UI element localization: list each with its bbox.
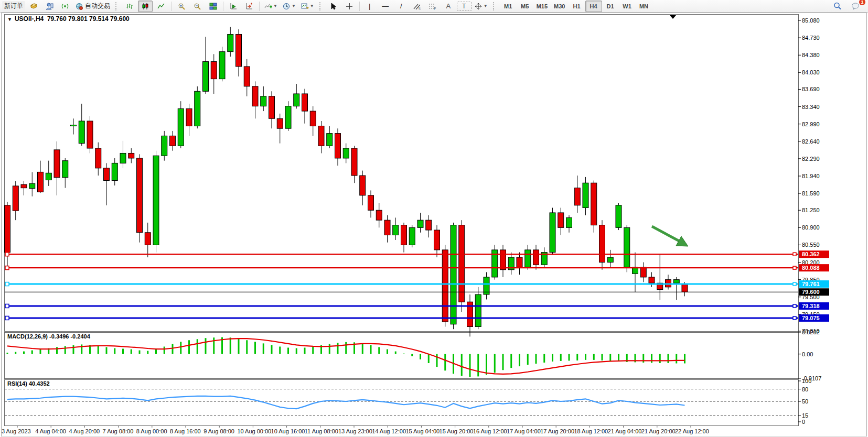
timeframe-button-h4[interactable]: H4 [585,1,602,12]
horizontal-line-icon[interactable]: — [378,1,393,12]
time-axis-label[interactable]: 3 Aug 2023 [2,428,31,434]
line-anchor-left[interactable] [5,316,9,320]
candle-body [550,213,555,253]
candle-body [236,34,242,66]
line-anchor-right[interactable] [793,266,796,269]
candlestick-icon[interactable] [138,1,153,12]
profile-icon[interactable] [42,1,57,12]
toolbar-drag-handle[interactable] [493,2,497,10]
time-axis-label[interactable]: 8 Aug 00:00 [136,428,167,434]
time-axis-label[interactable]: 4 Aug 20:00 [69,428,100,434]
candle-body [343,148,349,158]
bar-chart-icon[interactable] [122,1,137,12]
periods-icon [283,3,291,10]
macd-label-text: MACD(12,26,9) -0.3496 -0.2404 [7,333,90,340]
timeframe-button-d1[interactable]: D1 [602,1,619,12]
timeframe-button-m1[interactable]: M1 [500,1,517,12]
timeframe-button-h1[interactable]: H1 [569,1,585,12]
candle-body [318,126,324,146]
time-axis-label[interactable]: 10 Aug 16:00 [271,428,305,434]
time-axis-label[interactable]: 21 Aug 04:00 [608,428,642,434]
time-axis-label[interactable]: 21 Aug 20:00 [641,428,676,434]
toolbar-drag-handle[interactable] [319,2,323,10]
timeframe-button-m30[interactable]: M30 [551,1,568,12]
time-axis-label[interactable]: 11 Aug 08:00 [305,428,338,434]
crosshair-icon[interactable] [342,1,357,12]
terminal-window: { "toolbar": { "new_order_label": "新订单",… [0,0,868,437]
candle-body [79,121,84,144]
zoom-out-icon[interactable] [190,1,205,12]
candle-body [393,225,399,235]
time-axis-label[interactable]: 18 Aug 12:00 [574,428,608,434]
time-axis-label[interactable]: 4 Aug 04:00 [35,428,66,434]
time-axis-label[interactable]: 8 Aug 16:00 [170,428,201,434]
chat-icon[interactable]: 1 [848,1,863,12]
toolbar-drag-handle[interactable] [115,2,119,10]
time-axis-label[interactable]: 15 Aug 20:00 [440,428,474,434]
timeframe-button-w1[interactable]: W1 [619,1,636,12]
vertical-line-icon[interactable]: | [362,1,377,12]
fibonacci-icon[interactable]: F [425,1,440,12]
time-axis-label[interactable]: 22 Aug 12:00 [675,428,709,434]
periods-icon[interactable]: ▼ [281,1,298,12]
candle-body [566,217,572,227]
timeframe-button-mn[interactable]: MN [636,1,652,12]
rsi-label-text: RSI(14) 40.4352 [7,380,50,387]
rsi-axis-label: 0 [802,419,805,425]
time-axis-label[interactable]: 15 Aug 04:00 [405,428,440,434]
fibonacci-icon: F [428,3,437,10]
search-icon[interactable] [830,1,845,12]
autotrade-globe-icon[interactable]: 自动交易 [73,1,112,12]
time-axis-label[interactable]: 16 Aug 12:00 [473,428,507,434]
time-axis-label[interactable]: 17 Aug 20:00 [540,428,574,434]
candle-body [29,183,35,188]
price-chart-svg[interactable]: 85.08084.73084.38084.03083.69083.34082.9… [0,13,868,437]
line-anchor-left[interactable] [5,253,9,256]
zoom-in-icon[interactable] [174,1,189,12]
auto-scroll-icon[interactable] [226,1,241,12]
channel-icon[interactable]: E [410,1,424,12]
signals-icon[interactable] [58,1,72,12]
chevron-down-icon: ▼ [310,4,314,8]
candle-body [310,111,316,126]
bar-chart-icon [126,3,134,10]
time-axis-label[interactable]: 13 Aug 23:00 [338,428,372,434]
timeframe-button-m5[interactable]: M5 [517,1,533,12]
horizontal-line-glyph: — [382,3,389,9]
time-axis-label[interactable]: 7 Aug 08:00 [103,428,134,434]
candle-body [170,136,176,146]
timeframe-button-m15[interactable]: M15 [533,1,551,12]
macd-axis-label: 0.00 [802,351,813,357]
candle-body [261,96,266,106]
line-anchor-right[interactable] [793,282,796,286]
indicators-icon[interactable]: ▼ [262,1,280,12]
templates-icon[interactable]: ▼ [299,1,316,12]
new-order-button[interactable]: 新订单 [2,1,25,12]
time-axis-label[interactable]: 10 Aug 00:00 [237,428,271,434]
candle-body [21,184,27,188]
text-label-icon[interactable]: T [457,2,471,11]
candle-body [417,220,423,227]
chart-shift-icon[interactable] [242,1,256,12]
line-anchor-left[interactable] [5,282,9,286]
line-anchor-right[interactable] [793,316,796,320]
cursor-icon[interactable] [326,1,341,12]
tile-windows-icon[interactable] [206,1,220,12]
line-anchor-right[interactable] [793,253,796,256]
gold-book-icon[interactable] [26,1,41,12]
price-axis-label: 84.730 [802,35,820,41]
line-anchor-right[interactable] [793,304,796,308]
arrows-icon[interactable]: ▼ [473,1,490,12]
ohlc-values: 79.760 79.801 79.514 79.600 [47,15,130,23]
candle-body [294,94,299,106]
line-anchor-left[interactable] [5,304,9,308]
time-axis-label[interactable]: 17 Aug 04:00 [507,428,541,434]
text-icon[interactable]: A [441,1,456,12]
time-axis-label[interactable]: 9 Aug 08:00 [203,428,234,434]
line-chart-icon[interactable] [154,1,168,12]
candle-body [533,250,539,265]
time-axis-label[interactable]: 14 Aug 12:00 [372,428,406,434]
chart-symbol-title[interactable]: ▼USOil-,H4 79.760 79.801 79.514 79.600 [7,15,130,23]
line-anchor-left[interactable] [5,266,9,270]
trendline-icon[interactable]: / [394,1,409,12]
